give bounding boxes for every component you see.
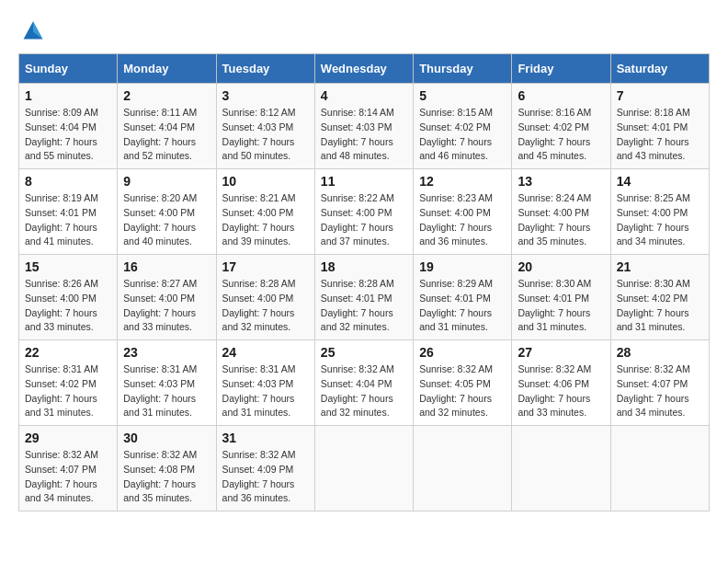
day-cell: 22 Sunrise: 8:31 AM Sunset: 4:02 PM Dayl… (19, 340, 118, 426)
day-number: 4 (321, 88, 407, 103)
sunset-label: Sunset: 4:04 PM (25, 121, 97, 132)
day-cell: 7 Sunrise: 8:18 AM Sunset: 4:01 PM Dayli… (610, 84, 709, 169)
day-info: Sunrise: 8:32 AM Sunset: 4:07 PM Dayligh… (25, 448, 111, 506)
sunrise-label: Sunrise: 8:26 AM (25, 278, 98, 289)
sunset-label: Sunset: 4:00 PM (518, 207, 589, 218)
day-info: Sunrise: 8:28 AM Sunset: 4:01 PM Dayligh… (321, 277, 407, 335)
day-info: Sunrise: 8:32 AM Sunset: 4:06 PM Dayligh… (518, 362, 604, 420)
day-cell (314, 426, 413, 511)
sunset-label: Sunset: 4:07 PM (617, 378, 688, 389)
day-cell: 12 Sunrise: 8:23 AM Sunset: 4:00 PM Dayl… (414, 169, 512, 255)
week-row-4: 22 Sunrise: 8:31 AM Sunset: 4:02 PM Dayl… (19, 340, 710, 426)
day-cell: 19 Sunrise: 8:29 AM Sunset: 4:01 PM Dayl… (414, 255, 512, 340)
sunset-label: Sunset: 4:09 PM (222, 464, 294, 475)
day-number: 29 (25, 431, 111, 445)
day-number: 6 (518, 88, 604, 103)
sunrise-label: Sunrise: 8:09 AM (25, 107, 98, 118)
day-info: Sunrise: 8:19 AM Sunset: 4:01 PM Dayligh… (25, 191, 111, 249)
day-info: Sunrise: 8:29 AM Sunset: 4:01 PM Dayligh… (419, 277, 506, 335)
day-cell: 1 Sunrise: 8:09 AM Sunset: 4:04 PM Dayli… (19, 84, 118, 169)
sunrise-label: Sunrise: 8:32 AM (419, 363, 493, 374)
week-row-2: 8 Sunrise: 8:19 AM Sunset: 4:01 PM Dayli… (19, 169, 710, 255)
day-info: Sunrise: 8:32 AM Sunset: 4:05 PM Dayligh… (419, 362, 506, 420)
sunset-label: Sunset: 4:04 PM (321, 378, 392, 389)
sunset-label: Sunset: 4:01 PM (518, 293, 589, 304)
days-header-row: SundayMondayTuesdayWednesdayThursdayFrid… (19, 54, 710, 84)
day-info: Sunrise: 8:25 AM Sunset: 4:00 PM Dayligh… (617, 191, 703, 249)
daylight-label: Daylight: 7 hours and 33 minutes. (25, 307, 97, 333)
day-number: 1 (25, 88, 111, 103)
sunrise-label: Sunrise: 8:31 AM (222, 363, 296, 374)
sunrise-label: Sunrise: 8:22 AM (321, 192, 394, 203)
day-number: 9 (123, 174, 210, 189)
sunset-label: Sunset: 4:00 PM (222, 293, 294, 304)
day-number: 31 (222, 431, 309, 445)
sunrise-label: Sunrise: 8:19 AM (25, 192, 98, 203)
sunset-label: Sunset: 4:02 PM (25, 378, 97, 389)
day-info: Sunrise: 8:12 AM Sunset: 4:03 PM Dayligh… (222, 106, 309, 164)
daylight-label: Daylight: 7 hours and 32 minutes. (222, 307, 295, 333)
daylight-label: Daylight: 7 hours and 36 minutes. (419, 222, 492, 247)
sunset-label: Sunset: 4:03 PM (321, 121, 392, 132)
day-number: 3 (222, 88, 309, 103)
day-number: 14 (617, 174, 703, 189)
day-number: 12 (419, 174, 506, 189)
day-cell (610, 426, 709, 511)
day-cell: 31 Sunrise: 8:32 AM Sunset: 4:09 PM Dayl… (216, 426, 314, 511)
day-info: Sunrise: 8:30 AM Sunset: 4:02 PM Dayligh… (617, 277, 703, 335)
sunrise-label: Sunrise: 8:20 AM (123, 192, 197, 203)
day-cell: 6 Sunrise: 8:16 AM Sunset: 4:02 PM Dayli… (512, 84, 610, 169)
sunset-label: Sunset: 4:00 PM (617, 207, 688, 218)
day-cell: 16 Sunrise: 8:27 AM Sunset: 4:00 PM Dayl… (118, 255, 216, 340)
sunset-label: Sunset: 4:02 PM (518, 121, 589, 132)
sunrise-label: Sunrise: 8:32 AM (25, 449, 98, 460)
sunrise-label: Sunrise: 8:28 AM (222, 278, 296, 289)
day-info: Sunrise: 8:22 AM Sunset: 4:00 PM Dayligh… (321, 191, 407, 249)
day-info: Sunrise: 8:32 AM Sunset: 4:07 PM Dayligh… (617, 362, 703, 420)
day-number: 22 (25, 345, 111, 360)
sunrise-label: Sunrise: 8:21 AM (222, 192, 296, 203)
day-header-thursday: Thursday (414, 54, 512, 84)
day-cell: 3 Sunrise: 8:12 AM Sunset: 4:03 PM Dayli… (216, 84, 314, 169)
day-number: 18 (321, 259, 407, 274)
day-info: Sunrise: 8:30 AM Sunset: 4:01 PM Dayligh… (518, 277, 604, 335)
daylight-label: Daylight: 7 hours and 40 minutes. (123, 222, 196, 247)
daylight-label: Daylight: 7 hours and 46 minutes. (419, 136, 492, 162)
day-header-saturday: Saturday (610, 54, 709, 84)
daylight-label: Daylight: 7 hours and 34 minutes. (617, 222, 689, 247)
day-header-tuesday: Tuesday (216, 54, 314, 84)
day-number: 26 (419, 345, 506, 360)
calendar-table: SundayMondayTuesdayWednesdayThursdayFrid… (18, 53, 710, 511)
sunset-label: Sunset: 4:04 PM (123, 121, 195, 132)
day-info: Sunrise: 8:09 AM Sunset: 4:04 PM Dayligh… (25, 106, 111, 164)
sunset-label: Sunset: 4:02 PM (617, 293, 688, 304)
day-info: Sunrise: 8:18 AM Sunset: 4:01 PM Dayligh… (617, 106, 703, 164)
daylight-label: Daylight: 7 hours and 35 minutes. (518, 222, 590, 247)
day-info: Sunrise: 8:32 AM Sunset: 4:08 PM Dayligh… (123, 448, 210, 506)
logo-icon (22, 18, 44, 40)
day-info: Sunrise: 8:32 AM Sunset: 4:04 PM Dayligh… (321, 362, 407, 420)
sunset-label: Sunset: 4:00 PM (123, 293, 195, 304)
daylight-label: Daylight: 7 hours and 31 minutes. (419, 307, 492, 333)
day-info: Sunrise: 8:31 AM Sunset: 4:03 PM Dayligh… (123, 362, 210, 420)
sunrise-label: Sunrise: 8:32 AM (617, 363, 690, 374)
day-cell: 20 Sunrise: 8:30 AM Sunset: 4:01 PM Dayl… (512, 255, 610, 340)
daylight-label: Daylight: 7 hours and 34 minutes. (25, 478, 97, 504)
day-cell: 28 Sunrise: 8:32 AM Sunset: 4:07 PM Dayl… (610, 340, 709, 426)
daylight-label: Daylight: 7 hours and 43 minutes. (617, 136, 689, 162)
daylight-label: Daylight: 7 hours and 31 minutes. (222, 393, 295, 419)
sunset-label: Sunset: 4:00 PM (419, 207, 491, 218)
day-number: 10 (222, 174, 309, 189)
sunset-label: Sunset: 4:00 PM (222, 207, 294, 218)
day-cell: 10 Sunrise: 8:21 AM Sunset: 4:00 PM Dayl… (216, 169, 314, 255)
day-number: 13 (518, 174, 604, 189)
sunrise-label: Sunrise: 8:31 AM (25, 363, 98, 374)
week-row-3: 15 Sunrise: 8:26 AM Sunset: 4:00 PM Dayl… (19, 255, 710, 340)
sunset-label: Sunset: 4:06 PM (518, 378, 589, 389)
day-cell: 27 Sunrise: 8:32 AM Sunset: 4:06 PM Dayl… (512, 340, 610, 426)
daylight-label: Daylight: 7 hours and 31 minutes. (617, 307, 689, 333)
day-cell: 21 Sunrise: 8:30 AM Sunset: 4:02 PM Dayl… (610, 255, 709, 340)
day-cell: 23 Sunrise: 8:31 AM Sunset: 4:03 PM Dayl… (118, 340, 216, 426)
week-row-1: 1 Sunrise: 8:09 AM Sunset: 4:04 PM Dayli… (19, 84, 710, 169)
day-cell: 5 Sunrise: 8:15 AM Sunset: 4:02 PM Dayli… (414, 84, 512, 169)
